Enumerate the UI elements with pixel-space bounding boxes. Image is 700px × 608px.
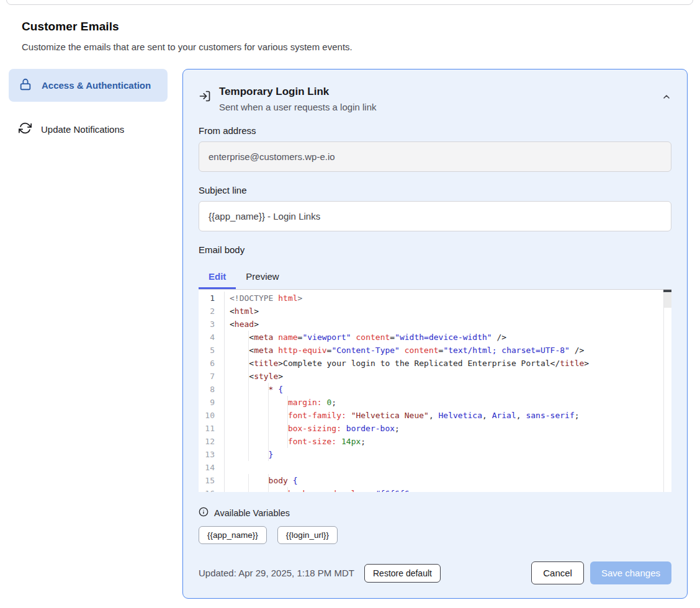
available-variables-header: Available Variables	[199, 507, 671, 519]
updated-timestamp: Updated: Apr 29, 2025, 1:18 PM MDT	[199, 568, 354, 578]
scrollbar-thumb[interactable]	[663, 289, 671, 292]
temporary-login-link-panel: Temporary Login Link Sent when a user re…	[182, 69, 688, 599]
restore-default-button[interactable]: Restore default	[364, 564, 441, 583]
tab-preview[interactable]: Preview	[236, 265, 289, 289]
tab-edit[interactable]: Edit	[199, 265, 236, 289]
sidebar: Access & Authentication Update Notificat…	[9, 69, 168, 141]
sidebar-item-update-notifications[interactable]: Update Notifications	[9, 117, 168, 141]
from-address-field[interactable]	[199, 141, 671, 172]
editor-tabs: Edit Preview	[199, 265, 671, 289]
page-title: Customer Emails	[22, 20, 700, 34]
line-number-gutter: 12345678910111213141516	[199, 292, 225, 492]
subject-line-field[interactable]	[199, 201, 671, 231]
sidebar-item-label: Update Notifications	[41, 124, 124, 135]
info-icon	[199, 507, 209, 519]
panel-subtitle: Sent when a user requests a login link	[219, 102, 376, 112]
variable-chip-app-name[interactable]: {{app_name}}	[199, 526, 267, 544]
from-address-label: From address	[199, 125, 671, 136]
editor-scrollbar[interactable]	[663, 290, 671, 492]
available-variables-label: Available Variables	[214, 508, 290, 518]
save-changes-button[interactable]: Save changes	[590, 561, 671, 584]
panel-header: Temporary Login Link Sent when a user re…	[199, 86, 671, 112]
chevron-up-icon	[662, 94, 671, 104]
variable-chip-login-url[interactable]: {{login_url}}	[277, 526, 338, 544]
email-body-label: Email body	[199, 244, 671, 255]
panel-title: Temporary Login Link	[219, 86, 376, 98]
previous-card-edge	[6, 0, 693, 5]
cancel-button[interactable]: Cancel	[531, 561, 584, 584]
variable-chips: {{app_name}} {{login_url}}	[199, 526, 671, 544]
page-header: Customer Emails Customize the emails tha…	[0, 0, 700, 52]
collapse-button[interactable]	[662, 92, 671, 104]
sidebar-item-label: Access & Authentication	[42, 78, 151, 93]
sidebar-item-access-authentication[interactable]: Access & Authentication	[9, 69, 168, 102]
email-body-code-editor[interactable]: 12345678910111213141516 <!DOCTYPE html><…	[199, 289, 671, 492]
code-content[interactable]: <!DOCTYPE html><html><head> <meta name="…	[225, 292, 671, 492]
refresh-icon	[19, 122, 32, 136]
login-icon	[199, 90, 211, 105]
lock-icon	[19, 78, 32, 93]
subject-line-label: Subject line	[199, 185, 671, 195]
panel-footer: Updated: Apr 29, 2025, 1:18 PM MDT Resto…	[199, 561, 671, 584]
page-subtitle: Customize the emails that are sent to yo…	[22, 42, 700, 52]
scrollbar-track-segment	[664, 293, 671, 308]
